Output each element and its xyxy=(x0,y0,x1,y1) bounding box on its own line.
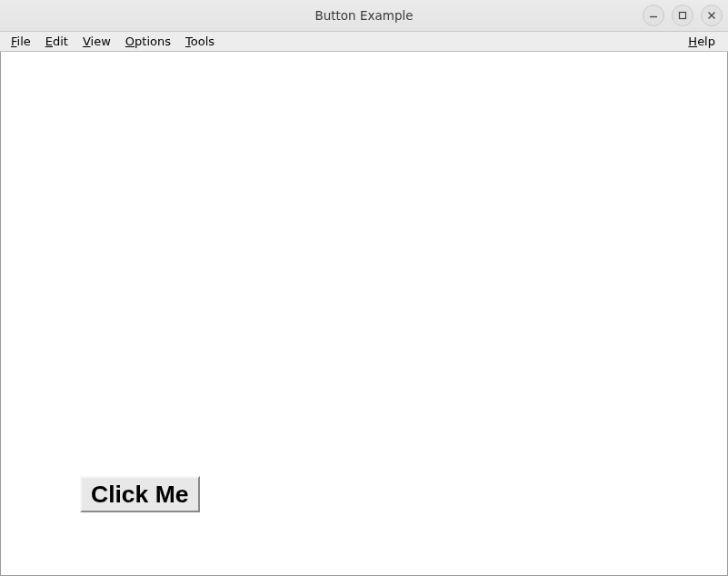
content-area: Click Me xyxy=(0,52,728,576)
maximize-icon xyxy=(678,11,687,20)
menubar-left: File Edit View Options Tools xyxy=(4,34,222,49)
minimize-button[interactable] xyxy=(643,5,664,26)
menu-view[interactable]: View xyxy=(75,34,118,49)
menubar: File Edit View Options Tools Help xyxy=(0,32,728,52)
menu-edit[interactable]: Edit xyxy=(38,34,75,49)
menu-tools[interactable]: Tools xyxy=(178,34,222,49)
menu-options[interactable]: Options xyxy=(118,34,178,49)
window-title: Button Example xyxy=(314,8,413,23)
close-icon xyxy=(707,11,716,20)
minimize-icon xyxy=(649,11,658,20)
window-controls xyxy=(643,5,723,26)
click-me-button[interactable]: Click Me xyxy=(80,476,200,512)
maximize-button[interactable] xyxy=(672,5,693,26)
menu-help[interactable]: Help xyxy=(681,34,723,49)
menubar-right: Help xyxy=(681,34,724,49)
svg-rect-1 xyxy=(680,13,686,19)
close-button[interactable] xyxy=(701,5,723,26)
menu-file[interactable]: File xyxy=(4,34,38,49)
titlebar: Button Example xyxy=(0,0,728,32)
application-window: Button Example File Edit View xyxy=(0,0,728,576)
